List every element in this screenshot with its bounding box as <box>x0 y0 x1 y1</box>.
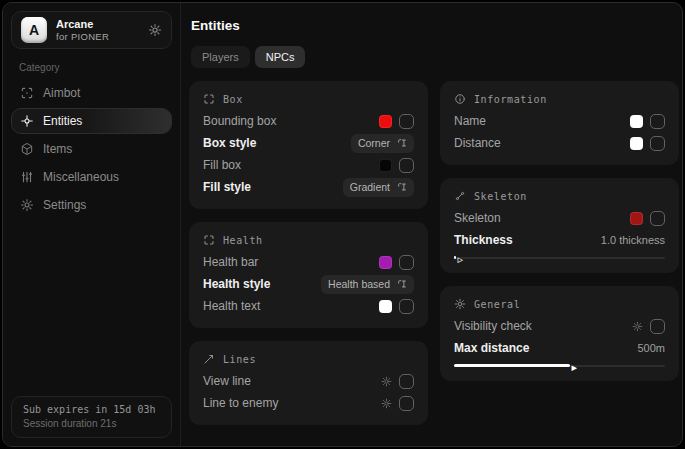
setting-label: View line <box>203 374 381 388</box>
package-icon <box>20 142 34 156</box>
sidebar-item-items[interactable]: Items <box>11 136 172 162</box>
color-swatch[interactable] <box>630 115 643 128</box>
dropdown-value: Corner <box>358 137 390 149</box>
checkbox[interactable] <box>650 211 665 226</box>
checkbox[interactable] <box>650 319 665 334</box>
sun-gear-icon <box>454 298 466 310</box>
color-swatch[interactable] <box>630 212 643 225</box>
sidebar-item-label: Settings <box>43 198 86 212</box>
color-swatch[interactable] <box>379 300 392 313</box>
setting-label: Health text <box>203 299 379 313</box>
card-title: Skeleton <box>474 191 527 202</box>
color-swatch[interactable] <box>379 256 392 269</box>
card-title: Information <box>474 94 547 105</box>
sidebar: A Arcane for PIONER Category Aimbot <box>3 3 181 446</box>
setting-row-view-line: View line <box>203 370 414 392</box>
setting-row-health-text: Health text <box>203 295 414 317</box>
gear-icon[interactable] <box>632 321 643 332</box>
gear-icon <box>20 198 34 212</box>
setting-row-health-bar: Health bar <box>203 251 414 273</box>
tab-npcs[interactable]: NPCs <box>255 46 306 68</box>
info-circle-icon <box>454 93 466 105</box>
diagonal-line-icon <box>203 353 215 365</box>
checkbox[interactable] <box>399 299 414 314</box>
setting-label: Visibility check <box>454 319 632 333</box>
gear-icon[interactable] <box>148 23 162 37</box>
setting-label: Bounding box <box>203 114 379 128</box>
setting-label: Health style <box>203 277 321 291</box>
sidebar-item-label: Aimbot <box>43 86 80 100</box>
setting-row-health-style: Health style Health based <box>203 273 414 295</box>
dropdown-value: Gradient <box>350 181 390 193</box>
setting-label: Skeleton <box>454 211 630 225</box>
card-information: Information Name Distance <box>440 81 679 165</box>
app-window: A Arcane for PIONER Category Aimbot <box>2 2 683 447</box>
tab-bar: Players NPCs <box>191 46 679 68</box>
checkbox[interactable] <box>650 114 665 129</box>
card-health: Health Health bar Health style Health ba… <box>189 222 428 328</box>
color-swatch[interactable] <box>630 137 643 150</box>
slider-value: 500m <box>637 342 665 354</box>
slider-thumb: ▹ <box>458 252 464 268</box>
brand-card: A Arcane for PIONER <box>11 11 172 49</box>
sidebar-item-miscellaneous[interactable]: Miscellaneous <box>11 164 172 190</box>
checkbox[interactable] <box>399 114 414 129</box>
tab-players[interactable]: Players <box>191 46 250 68</box>
checkbox[interactable] <box>399 255 414 270</box>
setting-row-box-style: Box style Corner <box>203 132 414 154</box>
subscription-expiry: Sub expires in 15d 03h <box>23 404 160 415</box>
dropdown-value: Health based <box>328 278 390 290</box>
setting-row-max-distance: Max distance 500m <box>454 337 665 359</box>
dropdown-box-style[interactable]: Corner <box>351 134 414 153</box>
thickness-slider[interactable]: ▹ <box>454 253 665 262</box>
slider-fill: ▸ <box>454 364 570 367</box>
sidebar-item-entities[interactable]: Entities <box>11 108 172 134</box>
card-lines: Lines View line Line to enemy <box>189 341 428 425</box>
sidebar-item-label: Entities <box>43 114 82 128</box>
setting-label: Line to enemy <box>203 396 381 410</box>
dropdown-fill-style[interactable]: Gradient <box>343 178 414 197</box>
slider-value: 1.0 thickness <box>601 234 665 246</box>
sidebar-item-settings[interactable]: Settings <box>11 192 172 218</box>
sliders-icon <box>20 170 34 184</box>
sidebar-nav: Aimbot Entities Items Miscellaneous <box>3 80 180 218</box>
main-panel: Entities Players NPCs Box Bounding box <box>181 3 683 446</box>
app-subtitle: for PIONER <box>56 31 109 42</box>
selector-icon <box>397 138 407 148</box>
selector-icon <box>397 182 407 192</box>
setting-row-visibility-check: Visibility check <box>454 315 665 337</box>
focus-brackets-icon <box>203 234 215 246</box>
setting-label: Thickness <box>454 233 601 247</box>
setting-row-fill-box: Fill box <box>203 154 414 176</box>
setting-label: Fill box <box>203 158 379 172</box>
card-general: General Visibility check Max distance <box>440 286 679 381</box>
slider-thumb: ▸ <box>572 360 578 376</box>
card-skeleton: Skeleton Skeleton Thickness 1.0 thicknes… <box>440 178 679 273</box>
crosshair-scan-icon <box>20 86 34 100</box>
color-swatch[interactable] <box>379 159 392 172</box>
setting-row-fill-style: Fill style Gradient <box>203 176 414 198</box>
setting-row-skeleton: Skeleton <box>454 207 665 229</box>
max-distance-slider[interactable]: ▸ <box>454 361 665 370</box>
card-title: Lines <box>223 354 256 365</box>
setting-label: Max distance <box>454 341 637 355</box>
app-title: Arcane <box>56 18 109 30</box>
dropdown-health-style[interactable]: Health based <box>321 275 414 294</box>
target-icon <box>20 114 34 128</box>
checkbox[interactable] <box>399 396 414 411</box>
gear-icon[interactable] <box>381 376 392 387</box>
checkbox[interactable] <box>399 374 414 389</box>
setting-label: Box style <box>203 136 351 150</box>
setting-row-distance: Distance <box>454 132 665 154</box>
gear-icon[interactable] <box>381 398 392 409</box>
sidebar-item-aimbot[interactable]: Aimbot <box>11 80 172 106</box>
color-swatch[interactable] <box>379 115 392 128</box>
checkbox[interactable] <box>650 136 665 151</box>
checkbox[interactable] <box>399 158 414 173</box>
setting-label: Fill style <box>203 180 343 194</box>
setting-row-name: Name <box>454 110 665 132</box>
selector-icon <box>397 279 407 289</box>
slider-fill: ▹ <box>454 256 456 259</box>
session-duration: Session duration 21s <box>23 418 160 429</box>
category-label: Category <box>19 62 180 73</box>
